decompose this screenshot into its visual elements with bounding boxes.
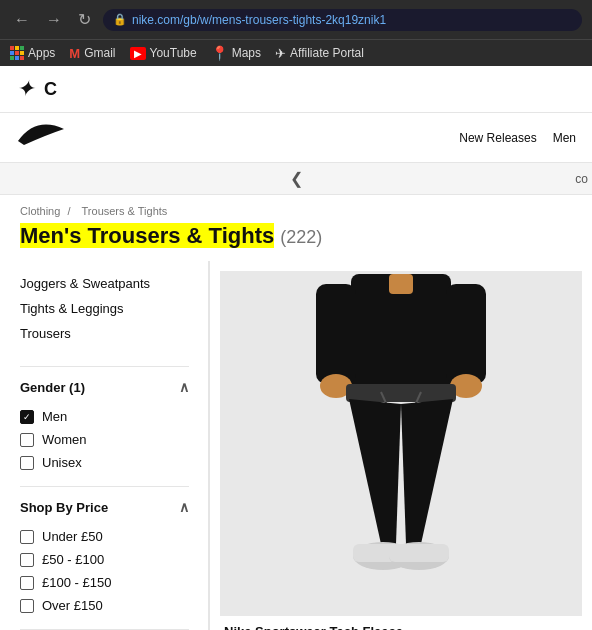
- bookmark-affiliate[interactable]: ✈ Affiliate Portal: [275, 46, 364, 61]
- chevron-up-icon: ∧: [179, 379, 189, 395]
- sidebar-link-joggers[interactable]: Joggers & Sweatpants: [20, 271, 189, 296]
- chevron-up-icon-price: ∧: [179, 499, 189, 515]
- checkbox-unisex[interactable]: [20, 456, 34, 470]
- nike-logo[interactable]: [16, 121, 66, 154]
- youtube-label: YouTube: [150, 46, 197, 60]
- product-area: Nike Sportswear Tech Fleece Men's Jogger…: [210, 261, 592, 630]
- bookmark-apps[interactable]: Apps: [10, 46, 55, 60]
- sidebar-divider: [208, 261, 209, 630]
- filter-arrow[interactable]: ❮: [290, 169, 303, 188]
- sidebar-link-trousers[interactable]: Trousers: [20, 321, 189, 346]
- swoosh-svg: [16, 121, 66, 149]
- lock-icon: 🔒: [113, 13, 127, 26]
- product-count: (222): [280, 227, 322, 247]
- main-content: Joggers & Sweatpants Tights & Leggings T…: [0, 261, 592, 630]
- product-illustration: [241, 274, 561, 614]
- checkbox-over150[interactable]: [20, 599, 34, 613]
- forward-button[interactable]: →: [42, 9, 66, 31]
- page-title: Men's Trousers & Tights (222): [0, 221, 592, 261]
- filter-gender-women[interactable]: Women: [20, 428, 189, 451]
- maps-icon: 📍: [211, 45, 228, 61]
- site-header-top: ✦ C: [0, 66, 592, 113]
- apps-icon: [10, 46, 24, 60]
- filter-price: Shop By Price ∧ Under £50 £50 - £100 £10…: [20, 486, 189, 629]
- sidebar-link-tights[interactable]: Tights & Leggings: [20, 296, 189, 321]
- filter-gender: Gender (1) ∧ Men Women Unisex: [20, 366, 189, 486]
- svg-rect-1: [316, 284, 356, 384]
- browser-chrome: ← → ↻ 🔒 nike.com/gb/w/mens-trousers-tigh…: [0, 0, 592, 39]
- filter-price-50-100[interactable]: £50 - £100: [20, 548, 189, 571]
- converse-logo[interactable]: C: [44, 79, 56, 100]
- filter-price-title[interactable]: Shop By Price ∧: [20, 499, 189, 515]
- refresh-button[interactable]: ↻: [74, 8, 95, 31]
- svg-rect-11: [389, 544, 449, 562]
- product-image: [220, 271, 582, 616]
- product-name: Nike Sportswear Tech Fleece: [224, 624, 578, 630]
- filter-extra: co: [575, 172, 592, 186]
- nav-men[interactable]: Men: [553, 131, 576, 145]
- filter-gender-title[interactable]: Gender (1) ∧: [20, 379, 189, 395]
- bookmark-maps[interactable]: 📍 Maps: [211, 45, 261, 61]
- youtube-icon: ▶: [130, 47, 146, 60]
- breadcrumb: Clothing / Trousers & Tights: [0, 195, 592, 221]
- filter-bar: ❮ co: [0, 163, 592, 195]
- url-text: nike.com/gb/w/mens-trousers-tights-2kq19…: [132, 13, 386, 27]
- apps-label: Apps: [28, 46, 55, 60]
- gmail-icon: M: [69, 46, 80, 61]
- bookmark-youtube[interactable]: ▶ YouTube: [130, 46, 197, 60]
- site-nav: New Releases Men: [0, 113, 592, 163]
- svg-rect-2: [446, 284, 486, 384]
- checkbox-men[interactable]: [20, 410, 34, 424]
- breadcrumb-sep: /: [67, 205, 73, 217]
- back-button[interactable]: ←: [10, 9, 34, 31]
- affiliate-icon: ✈: [275, 46, 286, 61]
- address-bar[interactable]: 🔒 nike.com/gb/w/mens-trousers-tights-2kq…: [103, 9, 582, 31]
- maps-label: Maps: [232, 46, 261, 60]
- checkbox-50-100[interactable]: [20, 553, 34, 567]
- filter-gender-men[interactable]: Men: [20, 405, 189, 428]
- checkbox-under50[interactable]: [20, 530, 34, 544]
- filter-gender-unisex[interactable]: Unisex: [20, 451, 189, 474]
- checkbox-100-150[interactable]: [20, 576, 34, 590]
- bookmarks-bar: Apps M Gmail ▶ YouTube 📍 Maps ✈ Affiliat…: [0, 39, 592, 66]
- svg-rect-12: [389, 274, 413, 294]
- bookmark-gmail[interactable]: M Gmail: [69, 46, 115, 61]
- breadcrumb-category[interactable]: Trousers & Tights: [82, 205, 168, 217]
- filter-price-over150[interactable]: Over £150: [20, 594, 189, 617]
- filter-price-100-150[interactable]: £100 - £150: [20, 571, 189, 594]
- breadcrumb-clothing[interactable]: Clothing: [20, 205, 60, 217]
- nav-new-releases[interactable]: New Releases: [459, 131, 536, 145]
- jordan-logo[interactable]: ✦: [16, 76, 34, 102]
- page-title-text: Men's Trousers & Tights: [20, 223, 274, 248]
- checkbox-women[interactable]: [20, 433, 34, 447]
- sidebar-category-links: Joggers & Sweatpants Tights & Leggings T…: [20, 271, 189, 346]
- product-card[interactable]: Nike Sportswear Tech Fleece Men's Jogger…: [220, 271, 582, 630]
- affiliate-label: Affiliate Portal: [290, 46, 364, 60]
- filter-price-under50[interactable]: Under £50: [20, 525, 189, 548]
- svg-rect-5: [346, 384, 456, 402]
- gmail-label: Gmail: [84, 46, 115, 60]
- product-info: Nike Sportswear Tech Fleece Men's Jogger…: [220, 616, 582, 630]
- nav-links: New Releases Men: [459, 131, 576, 145]
- sidebar: Joggers & Sweatpants Tights & Leggings T…: [0, 261, 210, 630]
